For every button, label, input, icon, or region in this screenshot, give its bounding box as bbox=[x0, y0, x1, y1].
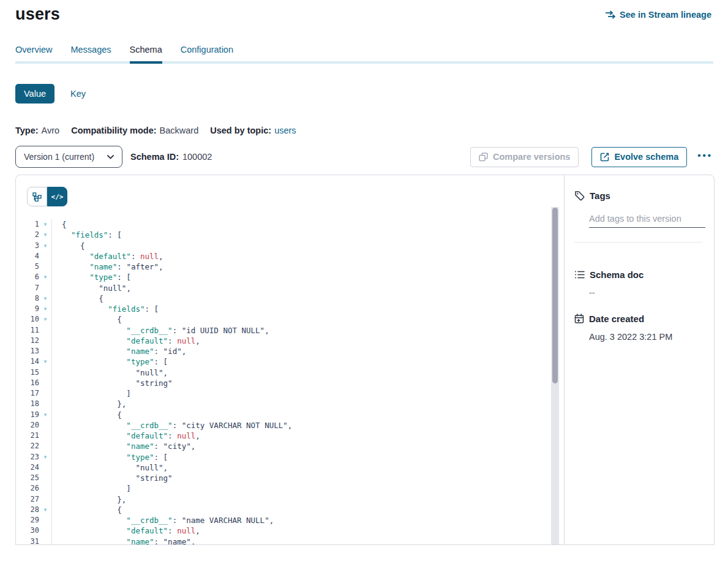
fold-arrow-icon[interactable]: ▼ bbox=[39, 293, 52, 304]
code-text: "__crdb__": "id UUID NOT NULL", bbox=[52, 325, 269, 336]
line-number: 6 bbox=[16, 272, 39, 282]
line-number: 15 bbox=[16, 367, 39, 378]
code-text: "null", bbox=[52, 462, 168, 473]
fold-arrow-icon[interactable]: ▼ bbox=[39, 314, 52, 325]
fold-gutter bbox=[39, 494, 52, 505]
editor-scrollbar[interactable] bbox=[551, 207, 559, 544]
schema-code-editor[interactable]: 1▼{2▼ "fields": [3▼ {4 "default": null,5… bbox=[16, 219, 562, 544]
code-line: 24 "null", bbox=[16, 462, 562, 473]
code-text: ] bbox=[52, 388, 131, 399]
fold-gutter bbox=[39, 537, 52, 545]
line-number: 13 bbox=[16, 346, 39, 356]
code-line: 18 }, bbox=[16, 399, 562, 409]
code-text: "fields": [ bbox=[52, 230, 122, 240]
schema-sidebar: Tags Schema doc -- bbox=[565, 175, 714, 544]
tags-section-header: Tags bbox=[574, 190, 703, 201]
fold-gutter bbox=[39, 441, 52, 451]
line-number: 26 bbox=[16, 483, 39, 494]
fold-gutter bbox=[39, 483, 52, 494]
code-line: 8▼ { bbox=[16, 293, 562, 304]
line-number: 8 bbox=[16, 293, 39, 304]
line-number: 25 bbox=[16, 473, 39, 483]
code-view-button[interactable]: </> bbox=[47, 187, 67, 206]
tab-bar-wrap: OverviewMessagesSchemaConfiguration bbox=[15, 45, 713, 64]
stream-lineage-icon bbox=[605, 10, 615, 19]
code-text: ] bbox=[52, 483, 131, 494]
line-number: 23 bbox=[16, 452, 39, 462]
meta-label: Compatibility mode: bbox=[71, 126, 156, 135]
version-select[interactable]: Version 1 (current) bbox=[15, 146, 122, 168]
schema-meta-row: Type:AvroCompatibility mode:BackwardUsed… bbox=[15, 126, 728, 135]
fold-arrow-icon[interactable]: ▼ bbox=[39, 230, 52, 240]
fold-gutter bbox=[39, 515, 52, 525]
meta-pair: Used by topic:users bbox=[210, 126, 296, 135]
code-line: 22 "name": "city", bbox=[16, 441, 562, 451]
calendar-icon bbox=[574, 314, 584, 324]
date-created-value: Aug. 3 2022 3:21 PM bbox=[589, 332, 703, 342]
line-number: 24 bbox=[16, 462, 39, 473]
fold-arrow-icon[interactable]: ▼ bbox=[39, 241, 52, 251]
evolve-schema-button[interactable]: Evolve schema bbox=[591, 147, 687, 167]
code-text: }, bbox=[52, 399, 126, 409]
add-tags-input[interactable] bbox=[589, 214, 705, 228]
schema-doc-icon bbox=[574, 270, 585, 279]
fold-arrow-icon[interactable]: ▼ bbox=[39, 219, 52, 230]
chevron-down-icon bbox=[107, 155, 114, 159]
fold-gutter bbox=[39, 473, 52, 483]
code-text: "type": [ bbox=[52, 356, 168, 367]
code-line: 6▼ "type": [ bbox=[16, 272, 562, 282]
code-view-icon: </> bbox=[51, 193, 64, 201]
meta-value: Avro bbox=[42, 126, 60, 135]
code-line: 9▼ "fields": [ bbox=[16, 304, 562, 314]
stream-lineage-link[interactable]: See in Stream lineage bbox=[605, 10, 711, 20]
fold-arrow-icon[interactable]: ▼ bbox=[39, 452, 52, 462]
fold-arrow-icon[interactable]: ▼ bbox=[39, 272, 52, 282]
evolve-schema-icon bbox=[600, 152, 609, 162]
tree-view-button[interactable] bbox=[27, 187, 47, 206]
sidebar-divider bbox=[574, 242, 703, 243]
code-text: "name": "after", bbox=[52, 262, 163, 272]
line-number: 9 bbox=[16, 304, 39, 314]
more-actions-button[interactable]: ••• bbox=[697, 151, 713, 164]
code-text: "fields": [ bbox=[52, 304, 159, 314]
code-text: "default": null, bbox=[52, 336, 200, 346]
compare-versions-button[interactable]: Compare versions bbox=[470, 147, 579, 167]
code-line: 1▼{ bbox=[16, 219, 562, 230]
code-line: 4 "default": null, bbox=[16, 251, 562, 262]
value-tab-button[interactable]: Value bbox=[15, 84, 54, 104]
line-number: 2 bbox=[16, 230, 39, 240]
line-number: 10 bbox=[16, 314, 39, 325]
code-line: 14▼ "type": [ bbox=[16, 356, 562, 367]
code-line: 5 "name": "after", bbox=[16, 262, 562, 272]
value-key-toggle: Value Key bbox=[15, 84, 728, 104]
fold-gutter bbox=[39, 420, 52, 431]
code-line: 15 "null", bbox=[16, 367, 562, 378]
schema-panel: </> 1▼{2▼ "fields": [3▼ {4 "default": nu… bbox=[15, 175, 715, 545]
meta-label: Used by topic: bbox=[210, 126, 271, 135]
fold-arrow-icon[interactable]: ▼ bbox=[39, 304, 52, 314]
fold-gutter bbox=[39, 325, 52, 336]
compare-versions-icon bbox=[479, 152, 488, 162]
line-number: 17 bbox=[16, 388, 39, 399]
editor-scrollbar-thumb[interactable] bbox=[552, 208, 558, 383]
fold-gutter bbox=[39, 399, 52, 409]
tab-schema[interactable]: Schema bbox=[130, 45, 162, 64]
code-line: 11 "__crdb__": "id UUID NOT NULL", bbox=[16, 325, 562, 336]
key-tab-link[interactable]: Key bbox=[70, 89, 86, 99]
fold-arrow-icon[interactable]: ▼ bbox=[39, 505, 52, 515]
code-line: 3▼ { bbox=[16, 241, 562, 251]
code-line: 10▼ { bbox=[16, 314, 562, 325]
version-bar: Version 1 (current) Schema ID: 100002 Co… bbox=[15, 146, 713, 168]
code-line: 26 ] bbox=[16, 483, 562, 494]
line-number: 7 bbox=[16, 283, 39, 293]
fold-arrow-icon[interactable]: ▼ bbox=[39, 356, 52, 367]
fold-arrow-icon[interactable]: ▼ bbox=[39, 410, 52, 420]
used-by-topic-link[interactable]: users bbox=[274, 126, 296, 135]
code-text: "type": [ bbox=[52, 452, 168, 462]
fold-gutter bbox=[39, 388, 52, 399]
line-number: 1 bbox=[16, 219, 39, 230]
code-text: { bbox=[52, 241, 85, 251]
code-line: 31 "name": "name", bbox=[16, 537, 562, 545]
code-text: "string" bbox=[52, 473, 173, 483]
line-number: 28 bbox=[16, 505, 39, 515]
